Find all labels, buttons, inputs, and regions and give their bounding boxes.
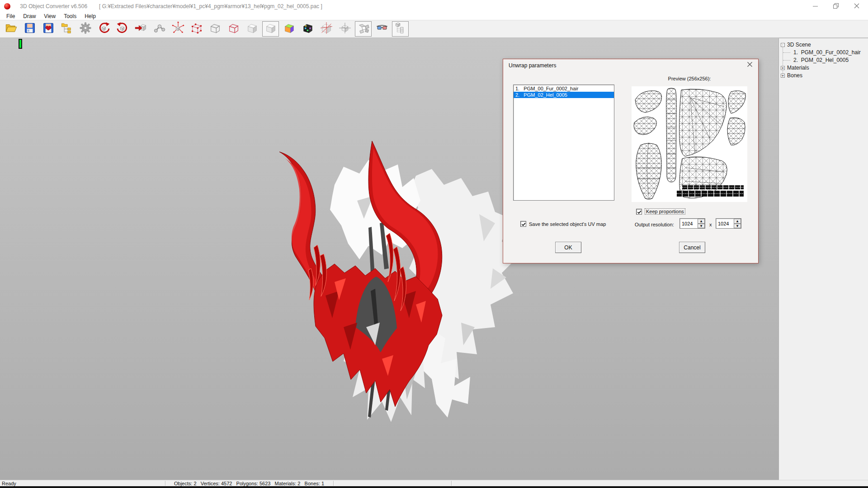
toolbar-view-material-colors-button[interactable] [281, 21, 297, 37]
spin-down-icon[interactable]: ▼ [698, 224, 705, 229]
object-listbox[interactable]: 1. PGM_00_Fur_0002_hair2. PGM_02_Hel_000… [513, 84, 614, 201]
toolbar [0, 20, 868, 38]
view-textured-icon [302, 22, 314, 36]
tree-item-materials[interactable]: + Materials [781, 64, 809, 71]
listbox-item[interactable]: 1. PGM_00_Fur_0002_hair [514, 85, 614, 92]
keep-proportions-row: Keep proportions [636, 208, 685, 215]
resolution-x-spinner: ▲ ▼ [679, 218, 705, 229]
toolbar-toggle-scene-tree-button[interactable] [392, 21, 409, 37]
menu-file[interactable]: File [2, 13, 19, 19]
status-led [19, 39, 22, 49]
view-material-colors-icon [283, 22, 296, 36]
resolution-x-input[interactable] [680, 219, 696, 228]
tree-item-3d-scene[interactable]: - 3D Scene [781, 41, 811, 48]
toolbar-view-axes-button[interactable] [336, 21, 353, 37]
close-button[interactable] [846, 0, 867, 12]
status-ready: Ready [2, 481, 16, 486]
toolbar-save-special-button[interactable] [40, 21, 57, 37]
menu-view[interactable]: View [40, 13, 60, 19]
view-wireframe-icon [209, 22, 222, 36]
status-stats: Objects: 2 Vertices: 4572 Polygons: 5623… [165, 481, 333, 486]
menu-tools[interactable]: Tools [60, 13, 80, 19]
toolbar-save-file-button[interactable] [21, 21, 38, 37]
toolbar-view-textured-button[interactable] [299, 21, 316, 37]
view-axes-icon [339, 22, 351, 36]
ok-button[interactable]: OK [555, 242, 581, 253]
view-smooth-shaded-icon [264, 22, 277, 36]
status-bar: Ready Objects: 2 Vertices: 4572 Polygons… [0, 480, 868, 486]
tree-item-object-2[interactable]: 2. PGM_02_Hel_0005 [793, 56, 849, 64]
resolution-y-spinner: ▲ ▼ [716, 218, 741, 229]
bottom-strip [0, 486, 868, 488]
toolbar-view-points-button[interactable] [188, 21, 205, 37]
tree-item-bones[interactable]: + Bones [781, 72, 802, 79]
view-points-icon [190, 22, 203, 36]
save-uv-label[interactable]: Save the selected object's UV map [529, 221, 606, 227]
menu-draw[interactable]: Draw [19, 13, 40, 19]
settings-icon [79, 22, 92, 36]
rotate-object-cw-icon [116, 22, 129, 36]
toolbar-anaglyph-view-button[interactable] [373, 21, 390, 37]
app-icon [4, 3, 10, 9]
open-file-icon [5, 22, 18, 36]
toolbar-open-file-button[interactable] [3, 21, 19, 37]
unwrap-uv-icon [357, 22, 370, 36]
spin-down-icon[interactable]: ▼ [734, 224, 741, 229]
output-resolution-label: Output resolution: [635, 222, 674, 227]
toggle-scene-tree-icon [394, 22, 407, 36]
resolution-y-input[interactable] [716, 219, 732, 228]
close-icon [747, 61, 753, 67]
vertex-normals-icon [172, 22, 184, 36]
toolbar-vertex-normals-button[interactable] [170, 21, 186, 37]
menu-bar: FileDrawViewToolsHelp [0, 12, 868, 20]
vertex-tool-icon [153, 22, 166, 36]
close-icon [854, 3, 859, 9]
dialog-title[interactable]: Unwrap parameters [509, 62, 556, 69]
anaglyph-view-icon [376, 22, 388, 36]
spin-up-icon[interactable]: ▲ [698, 219, 705, 224]
toolbar-vertex-tool-button[interactable] [151, 21, 168, 37]
status-divider [451, 481, 452, 486]
toolbar-rotate-object-cw-button[interactable] [114, 21, 131, 37]
minimize-button[interactable] [805, 0, 826, 12]
toolbar-batch-convert-button[interactable] [58, 21, 75, 37]
toolbar-unwrap-uv-button[interactable] [355, 21, 372, 37]
toolbar-view-normals-button[interactable] [318, 21, 335, 37]
restore-button[interactable] [826, 0, 846, 12]
restore-icon [833, 3, 839, 9]
checkmark-icon [521, 221, 527, 227]
toolbar-view-flat-shaded-button[interactable] [244, 21, 260, 37]
uv-preview-svg [632, 86, 747, 202]
menu-help[interactable]: Help [80, 13, 100, 19]
spin-up-icon[interactable]: ▲ [734, 219, 741, 224]
tree-item-object-1[interactable]: 1. PGM_00_Fur_0002_hair [793, 49, 861, 56]
toolbar-translate-object-button[interactable] [132, 21, 149, 37]
checkmark-icon [637, 209, 642, 215]
expand-icon[interactable]: + [781, 74, 785, 78]
rotate-object-ccw-icon [98, 22, 110, 36]
view-hidden-line-icon [227, 22, 240, 36]
listbox-item[interactable]: 2. PGM_02_Hel_0005 [514, 92, 614, 98]
collapse-icon[interactable]: - [781, 43, 785, 47]
keep-proportions-label[interactable]: Keep proportions [645, 208, 685, 215]
resolution-separator: x [709, 222, 712, 227]
status-divider [333, 481, 334, 486]
model-render [267, 133, 529, 427]
toolbar-settings-button[interactable] [77, 21, 94, 37]
view-normals-icon [320, 22, 333, 36]
save-file-icon [24, 22, 36, 36]
preview-label: Preview (256x256): [632, 76, 747, 81]
tree-connector [783, 52, 790, 53]
toolbar-view-hidden-line-button[interactable] [225, 21, 242, 37]
expand-icon[interactable]: + [781, 66, 785, 70]
batch-convert-icon [61, 22, 73, 36]
dialog-close-button[interactable] [747, 61, 753, 69]
cancel-button[interactable]: Cancel [679, 242, 705, 253]
view-flat-shaded-icon [246, 22, 259, 36]
save-uv-checkbox[interactable] [520, 221, 526, 227]
toolbar-view-wireframe-button[interactable] [207, 21, 223, 37]
keep-proportions-checkbox[interactable] [636, 209, 642, 215]
toolbar-view-smooth-shaded-button[interactable] [262, 21, 279, 37]
toolbar-rotate-object-ccw-button[interactable] [95, 21, 112, 37]
save-uv-row: Save the selected object's UV map [520, 221, 606, 227]
